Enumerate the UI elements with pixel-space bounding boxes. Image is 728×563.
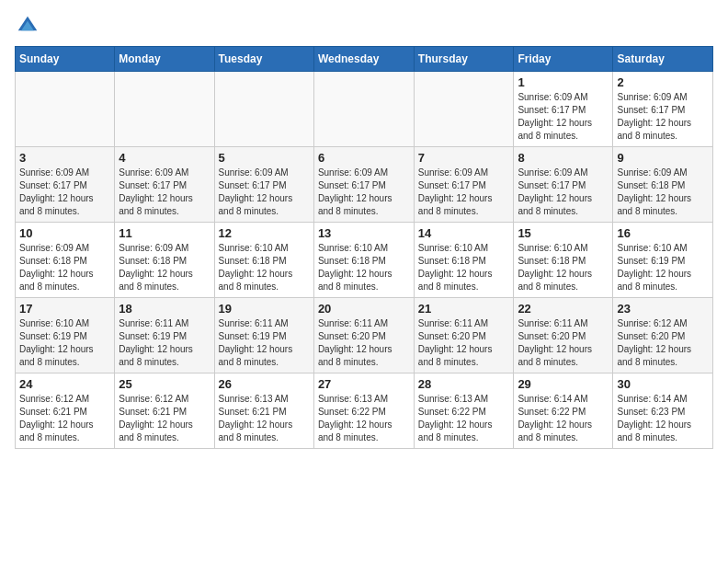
day-info: Sunrise: 6:12 AM Sunset: 6:20 PM Dayligh… (617, 317, 709, 369)
day-number: 8 (518, 151, 609, 165)
calendar-day-cell: 6Sunrise: 6:09 AM Sunset: 6:17 PM Daylig… (313, 147, 414, 223)
day-number: 20 (318, 302, 410, 316)
calendar-day-cell: 21Sunrise: 6:11 AM Sunset: 6:20 PM Dayli… (414, 298, 514, 373)
day-number: 1 (518, 75, 609, 89)
day-info: Sunrise: 6:11 AM Sunset: 6:19 PM Dayligh… (219, 317, 310, 369)
logo-icon (17, 15, 39, 37)
day-number: 9 (617, 151, 709, 165)
calendar-header-friday: Friday (514, 47, 613, 72)
calendar-day-cell: 20Sunrise: 6:11 AM Sunset: 6:20 PM Dayli… (313, 298, 414, 373)
calendar-week-row: 17Sunrise: 6:10 AM Sunset: 6:19 PM Dayli… (16, 298, 713, 373)
day-info: Sunrise: 6:09 AM Sunset: 6:17 PM Dayligh… (318, 167, 410, 218)
calendar-week-row: 24Sunrise: 6:12 AM Sunset: 6:21 PM Dayli… (16, 373, 713, 449)
day-info: Sunrise: 6:10 AM Sunset: 6:19 PM Dayligh… (617, 242, 709, 293)
day-number: 28 (418, 377, 510, 391)
day-info: Sunrise: 6:12 AM Sunset: 6:21 PM Dayligh… (119, 393, 210, 444)
day-number: 19 (219, 302, 310, 316)
calendar-day-cell (214, 72, 313, 147)
calendar-day-cell (115, 72, 214, 147)
calendar-header-row: SundayMondayTuesdayWednesdayThursdayFrid… (16, 47, 713, 72)
day-number: 6 (318, 151, 410, 165)
day-info: Sunrise: 6:10 AM Sunset: 6:18 PM Dayligh… (518, 242, 609, 293)
calendar-day-cell: 11Sunrise: 6:09 AM Sunset: 6:18 PM Dayli… (115, 223, 214, 298)
day-info: Sunrise: 6:09 AM Sunset: 6:17 PM Dayligh… (518, 167, 609, 218)
day-number: 14 (418, 226, 510, 240)
day-number: 7 (418, 151, 510, 165)
calendar-day-cell: 1Sunrise: 6:09 AM Sunset: 6:17 PM Daylig… (514, 72, 613, 147)
day-info: Sunrise: 6:12 AM Sunset: 6:21 PM Dayligh… (19, 393, 110, 444)
day-info: Sunrise: 6:11 AM Sunset: 6:20 PM Dayligh… (318, 317, 410, 369)
calendar-table: SundayMondayTuesdayWednesdayThursdayFrid… (15, 46, 713, 449)
day-info: Sunrise: 6:10 AM Sunset: 6:18 PM Dayligh… (318, 242, 410, 293)
calendar-day-cell: 18Sunrise: 6:11 AM Sunset: 6:19 PM Dayli… (115, 298, 214, 373)
day-info: Sunrise: 6:13 AM Sunset: 6:21 PM Dayligh… (219, 393, 310, 444)
calendar-header-saturday: Saturday (613, 47, 713, 72)
day-number: 24 (19, 377, 110, 391)
day-info: Sunrise: 6:11 AM Sunset: 6:20 PM Dayligh… (418, 317, 510, 369)
calendar-day-cell: 12Sunrise: 6:10 AM Sunset: 6:18 PM Dayli… (214, 223, 313, 298)
calendar-day-cell: 10Sunrise: 6:09 AM Sunset: 6:18 PM Dayli… (16, 223, 115, 298)
day-number: 13 (318, 226, 410, 240)
calendar-day-cell: 27Sunrise: 6:13 AM Sunset: 6:22 PM Dayli… (313, 373, 414, 449)
day-number: 12 (219, 226, 310, 240)
calendar-day-cell: 17Sunrise: 6:10 AM Sunset: 6:19 PM Dayli… (16, 298, 115, 373)
calendar-day-cell: 9Sunrise: 6:09 AM Sunset: 6:18 PM Daylig… (613, 147, 713, 223)
calendar-day-cell (313, 72, 414, 147)
day-info: Sunrise: 6:10 AM Sunset: 6:19 PM Dayligh… (19, 317, 110, 369)
calendar-day-cell: 8Sunrise: 6:09 AM Sunset: 6:17 PM Daylig… (514, 147, 613, 223)
day-number: 4 (119, 151, 210, 165)
day-info: Sunrise: 6:13 AM Sunset: 6:22 PM Dayligh… (318, 393, 410, 444)
calendar-header-wednesday: Wednesday (313, 47, 414, 72)
day-number: 10 (19, 226, 110, 240)
day-info: Sunrise: 6:09 AM Sunset: 6:17 PM Dayligh… (418, 167, 510, 218)
calendar-day-cell: 7Sunrise: 6:09 AM Sunset: 6:17 PM Daylig… (414, 147, 514, 223)
calendar-week-row: 10Sunrise: 6:09 AM Sunset: 6:18 PM Dayli… (16, 223, 713, 298)
day-number: 21 (418, 302, 510, 316)
day-info: Sunrise: 6:13 AM Sunset: 6:22 PM Dayligh… (418, 393, 510, 444)
calendar-day-cell: 30Sunrise: 6:14 AM Sunset: 6:23 PM Dayli… (613, 373, 713, 449)
day-number: 18 (119, 302, 210, 316)
calendar-day-cell: 2Sunrise: 6:09 AM Sunset: 6:17 PM Daylig… (613, 72, 713, 147)
day-info: Sunrise: 6:09 AM Sunset: 6:17 PM Dayligh… (19, 167, 110, 218)
calendar-day-cell: 29Sunrise: 6:14 AM Sunset: 6:22 PM Dayli… (514, 373, 613, 449)
calendar-week-row: 1Sunrise: 6:09 AM Sunset: 6:17 PM Daylig… (16, 72, 713, 147)
calendar-day-cell: 16Sunrise: 6:10 AM Sunset: 6:19 PM Dayli… (613, 223, 713, 298)
calendar-day-cell: 15Sunrise: 6:10 AM Sunset: 6:18 PM Dayli… (514, 223, 613, 298)
day-info: Sunrise: 6:09 AM Sunset: 6:18 PM Dayligh… (19, 242, 110, 293)
calendar-day-cell (16, 72, 115, 147)
calendar-day-cell (414, 72, 514, 147)
logo (15, 15, 39, 37)
day-info: Sunrise: 6:11 AM Sunset: 6:20 PM Dayligh… (518, 317, 609, 369)
day-info: Sunrise: 6:14 AM Sunset: 6:22 PM Dayligh… (518, 393, 609, 444)
calendar-week-row: 3Sunrise: 6:09 AM Sunset: 6:17 PM Daylig… (16, 147, 713, 223)
calendar-day-cell: 14Sunrise: 6:10 AM Sunset: 6:18 PM Dayli… (414, 223, 514, 298)
day-number: 25 (119, 377, 210, 391)
calendar-day-cell: 24Sunrise: 6:12 AM Sunset: 6:21 PM Dayli… (16, 373, 115, 449)
calendar-header-thursday: Thursday (414, 47, 514, 72)
day-number: 16 (617, 226, 709, 240)
day-number: 26 (219, 377, 310, 391)
day-number: 17 (19, 302, 110, 316)
day-number: 27 (318, 377, 410, 391)
day-info: Sunrise: 6:10 AM Sunset: 6:18 PM Dayligh… (219, 242, 310, 293)
day-info: Sunrise: 6:11 AM Sunset: 6:19 PM Dayligh… (119, 317, 210, 369)
day-info: Sunrise: 6:09 AM Sunset: 6:17 PM Dayligh… (617, 91, 709, 143)
day-info: Sunrise: 6:09 AM Sunset: 6:18 PM Dayligh… (119, 242, 210, 293)
calendar-header-monday: Monday (115, 47, 214, 72)
calendar-header-sunday: Sunday (16, 47, 115, 72)
page-header (15, 15, 713, 37)
day-number: 15 (518, 226, 609, 240)
calendar-day-cell: 28Sunrise: 6:13 AM Sunset: 6:22 PM Dayli… (414, 373, 514, 449)
calendar-day-cell: 26Sunrise: 6:13 AM Sunset: 6:21 PM Dayli… (214, 373, 313, 449)
calendar-day-cell: 22Sunrise: 6:11 AM Sunset: 6:20 PM Dayli… (514, 298, 613, 373)
calendar-day-cell: 19Sunrise: 6:11 AM Sunset: 6:19 PM Dayli… (214, 298, 313, 373)
calendar-day-cell: 3Sunrise: 6:09 AM Sunset: 6:17 PM Daylig… (16, 147, 115, 223)
day-info: Sunrise: 6:09 AM Sunset: 6:17 PM Dayligh… (119, 167, 210, 218)
day-number: 11 (119, 226, 210, 240)
calendar-day-cell: 25Sunrise: 6:12 AM Sunset: 6:21 PM Dayli… (115, 373, 214, 449)
day-number: 29 (518, 377, 609, 391)
day-number: 3 (19, 151, 110, 165)
day-info: Sunrise: 6:10 AM Sunset: 6:18 PM Dayligh… (418, 242, 510, 293)
calendar-day-cell: 23Sunrise: 6:12 AM Sunset: 6:20 PM Dayli… (613, 298, 713, 373)
day-number: 23 (617, 302, 709, 316)
